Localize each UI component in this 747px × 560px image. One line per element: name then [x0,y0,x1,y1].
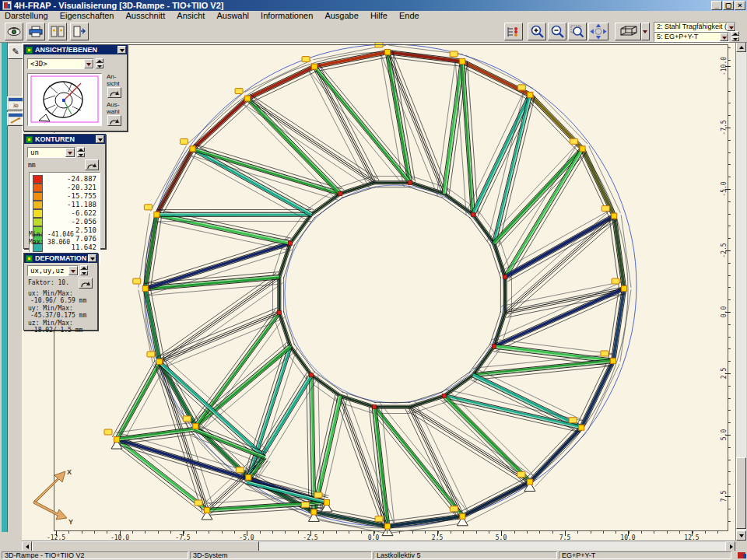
horizontal-scrollbar[interactable] [22,541,735,551]
svg-text:X: X [67,468,72,476]
menu-ende[interactable]: Ende [395,11,424,21]
status-loadset: Lastkollektiv 5 [374,551,557,559]
component-spinner[interactable] [80,265,88,275]
loadcase-combo-arrow[interactable] [720,33,728,41]
minipanel-titlebar [9,98,23,101]
menu-darstellung[interactable]: Darstellung [0,11,53,21]
zoom-out-button[interactable] [548,23,566,40]
view-select-arrow[interactable] [84,59,93,68]
uz-label: uz: Min/Max: [28,320,73,327]
svg-text:Y: Y [68,518,73,526]
close-button[interactable]: × [735,1,745,10]
menu-ansicht[interactable]: Ansicht [172,11,209,21]
door-exit-icon [72,26,86,37]
quantity-select-arrow[interactable] [65,148,75,157]
panel-deformation-title: DEFORMATION [35,254,86,262]
component-select-arrow[interactable] [68,266,78,275]
panel-ansicht-collapse-button[interactable] [117,46,126,54]
minimized-panel-3d[interactable]: 3D [7,96,24,110]
auswahl-label: Aus- wahl [107,101,119,115]
menu-bar: Darstellung Eigenschaften Ausschnitt Ans… [0,11,747,22]
menu-hilfe[interactable]: Hilfe [366,11,392,21]
scroll-down-button[interactable] [736,530,746,541]
apply-arrow-icon [79,280,92,289]
app-window: { "window": { "title": "4H-FRAP - Visual… [0,0,747,560]
menu-ausschnitt[interactable]: Ausschnitt [121,11,170,21]
view-3d-button[interactable] [615,23,641,40]
zoom-in-button[interactable] [528,23,546,40]
y-tick-label: 7.5 [721,485,728,508]
faktor-label: Faktor: 10. [28,279,69,286]
component-select[interactable]: ux,uy,uz [27,265,79,276]
panel-deformation-collapse-button[interactable] [88,254,96,262]
maximize-button[interactable]: ▢ [723,1,734,10]
print-button[interactable] [26,23,45,40]
quantity-spinner[interactable] [77,147,85,157]
panel-ansicht-titlebar[interactable]: ANSICHT/EBENEN [24,45,127,54]
legend-row: -6.622 [33,209,98,218]
ux-value: -10.96/ 6.59 mm [30,297,86,304]
left-gutter: ✎ 3D [0,42,22,541]
minimized-panel-tools[interactable] [7,112,24,126]
minimize-button[interactable]: _ [711,1,722,10]
konturen-apply-button[interactable] [85,159,99,170]
status-loadcase: EG+P+Y-T [559,551,731,559]
panel-icon [26,136,33,143]
menu-ausgabe[interactable]: Ausgabe [320,11,363,21]
y-tick-label: -2.5 [721,239,728,262]
loadcase-combo[interactable]: 5: EG+P+Y-T [654,32,729,42]
y-tick-label: 0.0 [721,300,728,324]
zoom-window-icon [570,25,585,38]
view-3d-dropdown[interactable] [641,23,650,40]
view-select[interactable]: <3D> [27,58,94,69]
panel-ansicht-ebenen: ANSICHT/EBENEN <3D> An- sicht Aus- wahl [23,44,128,131]
manual-button[interactable] [48,23,67,40]
exit-button[interactable] [70,23,89,40]
quantity-select[interactable]: un [27,147,75,158]
eye-icon [7,26,21,37]
zoom-out-icon [550,25,565,38]
loadcase-combo-value: 5: EG+P+Y-T [657,33,698,40]
ansicht-label: An- sicht [107,73,119,87]
panel-konturen-collapse-button[interactable] [96,135,104,143]
menu-auswahl[interactable]: Auswahl [212,11,254,21]
options-tree-icon [507,26,521,38]
title-bar[interactable]: 4H-FRAP - Visualisierung [3D-Rampe - TIO… [0,0,747,11]
pan-arrows-icon [590,23,607,40]
app-icon [2,1,12,10]
pan-button[interactable] [588,23,608,40]
panel-konturen-titlebar[interactable]: KONTUREN [24,135,105,144]
zoom-window-button[interactable] [568,23,587,40]
deformation-apply-button[interactable] [79,278,93,289]
uy-value: -45.37/0.175 mm [30,312,86,319]
scroll-up-button[interactable] [736,42,746,52]
vscroll-thumb[interactable] [736,457,746,529]
menu-informationen[interactable]: Informationen [256,11,317,21]
auswahl-apply-button[interactable] [107,115,121,126]
view-preview[interactable] [27,73,102,126]
status-app-icon [738,552,745,558]
edit-pencil-button[interactable]: ✎ [8,44,23,59]
loadcase-spinner[interactable] [731,31,739,41]
result-combo-arrow[interactable] [727,23,735,31]
y-tick-label: -10.0 [721,54,728,78]
legend-row: -24.887 [33,175,98,184]
view-eye-button[interactable] [5,23,23,40]
view-spinner[interactable] [96,58,103,68]
result-combo-value: 2: Stahl Tragfähigkeit (Th. 2. O [657,23,736,30]
cube-3d-icon [618,25,638,38]
panel-deformation-titlebar[interactable]: DEFORMATION [24,254,97,263]
legend-row: -15.755 [33,192,98,201]
display-options-button[interactable] [504,23,523,40]
panel-konturen-title: KONTUREN [35,135,75,143]
uy-label: uy: Min/Max: [28,305,73,312]
view-preview-drawing [28,74,101,125]
contour-min: Min: -41.046 [29,231,74,238]
vertical-scrollbar[interactable] [735,42,746,541]
menu-eigenschaften[interactable]: Eigenschaften [55,11,119,21]
y-tick-label: 2.5 [721,362,728,385]
ansicht-apply-button[interactable] [107,87,121,98]
y-tick-label: -5.0 [721,177,728,201]
book-icon [51,26,65,37]
result-combo[interactable]: 2: Stahl Tragfähigkeit (Th. 2. O [654,22,736,32]
